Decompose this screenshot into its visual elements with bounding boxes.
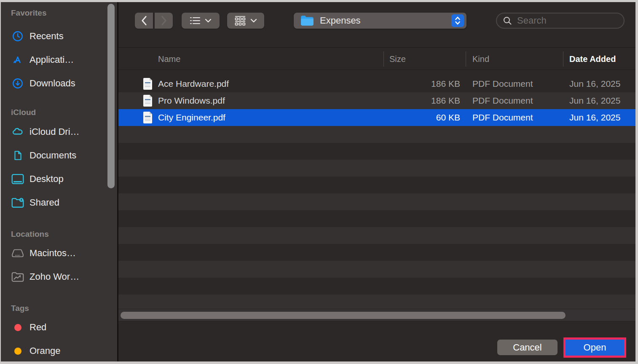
folder-stepper-icon[interactable] — [451, 14, 464, 27]
empty-row — [118, 227, 635, 244]
sidebar-item-tag-orange[interactable]: Orange — [11, 343, 112, 359]
folder-chart-icon — [11, 270, 24, 283]
file-kind: PDF Document — [472, 96, 533, 106]
clock-icon — [11, 30, 24, 43]
file-name: Pro Windows.pdf — [158, 96, 225, 106]
sidebar-item-downloads[interactable]: Downloads — [11, 75, 112, 92]
sidebar-item-label: Applicati… — [29, 54, 74, 65]
file-kind: PDF Document — [472, 79, 533, 89]
search-field[interactable] — [496, 13, 625, 29]
file-open-dialog: Favorites Recents Applicati… — [1, 2, 635, 361]
table-row[interactable]: Ace Hardware.pdf 186 KB PDF Document Jun… — [118, 75, 635, 92]
search-input[interactable] — [517, 15, 614, 26]
sidebar-item-tag-red[interactable]: Red — [11, 319, 112, 336]
annotation-highlight-box: Open — [563, 337, 626, 358]
sidebar-item-label: Macintos… — [29, 248, 76, 259]
file-list: Ace Hardware.pdf 186 KB PDF Document Jun… — [118, 70, 635, 309]
sidebar-item-label: Orange — [29, 345, 60, 356]
group-view-icon — [234, 16, 246, 26]
sidebar-item-icloud-drive[interactable]: iCloud Dri… — [11, 123, 112, 140]
download-circle-icon — [11, 77, 24, 90]
file-date-added: Jun 16, 2025 — [569, 112, 620, 123]
pdf-file-icon — [142, 111, 153, 124]
chevron-down-icon — [205, 19, 212, 23]
list-spacer — [118, 70, 635, 75]
sidebar-item-desktop[interactable]: Desktop — [11, 171, 112, 187]
column-divider — [383, 51, 384, 67]
sidebar-item-applications[interactable]: Applicati… — [11, 51, 112, 68]
column-header-date-added[interactable]: Date Added — [569, 54, 616, 64]
sidebar-item-label: Documents — [29, 150, 76, 161]
sidebar-item-shared[interactable]: Shared — [11, 194, 112, 211]
sidebar-item-macintosh-hd[interactable]: Macintos… — [11, 245, 112, 262]
file-date-added: Jun 16, 2025 — [569, 96, 620, 106]
chevron-right-icon — [161, 16, 167, 26]
sidebar-item-recents[interactable]: Recents — [11, 28, 112, 45]
empty-row — [118, 278, 635, 294]
orange-tag-dot — [14, 348, 21, 355]
sidebar-section-tags: Tags — [11, 304, 29, 313]
file-size: 60 KB — [436, 112, 460, 123]
table-header: Name Size Kind Date Added — [118, 47, 635, 70]
file-name: City Engineer.pdf — [158, 112, 225, 123]
folder-icon — [300, 15, 314, 26]
list-view-icon — [190, 16, 201, 25]
chevron-down-icon — [250, 19, 257, 23]
file-date-added: Jun 16, 2025 — [569, 79, 620, 89]
sidebar-item-label: Shared — [29, 197, 59, 208]
hard-drive-icon — [11, 247, 24, 260]
open-button[interactable]: Open — [566, 340, 624, 356]
sidebar-section-icloud: iCloud — [11, 108, 36, 117]
cloud-icon — [11, 126, 24, 138]
app-store-icon — [11, 54, 24, 66]
cancel-button[interactable]: Cancel — [497, 340, 558, 355]
sidebar-section-locations: Locations — [11, 230, 49, 239]
sidebar-item-label: Zoho Wor… — [29, 271, 79, 282]
desktop-icon — [11, 173, 24, 185]
forward-button[interactable] — [155, 13, 173, 29]
search-icon — [503, 16, 512, 25]
sidebar-item-label: Desktop — [29, 174, 64, 185]
content-area: Expenses Name Size Kind Date Added — [118, 2, 635, 361]
empty-row — [118, 193, 635, 210]
sidebar-item-label: iCloud Dri… — [29, 126, 80, 137]
empty-row — [118, 177, 635, 193]
sidebar-item-label: Downloads — [29, 78, 75, 89]
file-size: 186 KB — [431, 96, 460, 106]
chevron-left-icon — [141, 16, 147, 26]
file-size: 186 KB — [431, 79, 460, 89]
empty-row — [118, 210, 635, 227]
file-kind: PDF Document — [472, 112, 533, 123]
empty-row — [118, 294, 635, 309]
empty-row — [118, 126, 635, 143]
table-row[interactable]: Pro Windows.pdf 186 KB PDF Document Jun … — [118, 92, 635, 109]
empty-row — [118, 143, 635, 160]
red-tag-dot — [14, 324, 21, 331]
back-button[interactable] — [135, 13, 153, 29]
column-header-size[interactable]: Size — [389, 54, 406, 64]
column-divider — [466, 51, 466, 67]
sidebar-scrollbar[interactable] — [107, 4, 115, 188]
column-header-name[interactable]: Name — [158, 54, 180, 64]
table-row-selected[interactable]: City Engineer.pdf 60 KB PDF Document Jun… — [118, 109, 635, 126]
sidebar-item-label: Red — [29, 322, 46, 333]
pdf-file-icon — [142, 78, 153, 90]
empty-row — [118, 244, 635, 261]
document-icon — [11, 149, 24, 162]
list-view-button[interactable] — [182, 13, 220, 29]
current-folder-label: Expenses — [320, 15, 361, 26]
file-name: Ace Hardware.pdf — [158, 79, 229, 89]
sidebar-item-label: Recents — [29, 31, 64, 42]
current-folder-dropdown[interactable]: Expenses — [294, 13, 466, 29]
horizontal-scrollbar-track[interactable] — [118, 309, 635, 321]
group-view-button[interactable] — [227, 13, 264, 29]
pdf-file-icon — [142, 94, 153, 107]
column-header-kind[interactable]: Kind — [472, 54, 489, 64]
sidebar-item-documents[interactable]: Documents — [11, 147, 112, 164]
sidebar-item-zoho-workdrive[interactable]: Zoho Wor… — [11, 268, 112, 285]
empty-row — [118, 160, 635, 177]
horizontal-scrollbar-thumb[interactable] — [121, 312, 566, 319]
empty-row — [118, 261, 635, 278]
column-divider — [563, 51, 563, 67]
sidebar-section-favorites: Favorites — [11, 8, 46, 18]
